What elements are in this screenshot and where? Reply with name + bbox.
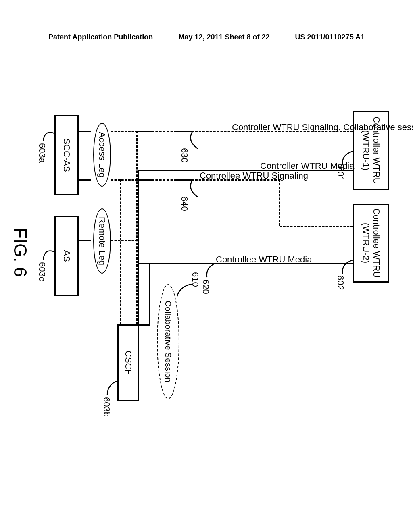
ref-602: 602 xyxy=(335,275,346,290)
remote-leg-text: Remote Leg xyxy=(97,217,107,265)
cscf-stub2 xyxy=(138,179,152,181)
as-label: AS xyxy=(61,250,72,262)
wtru1-line2: (WTRU-1) xyxy=(361,130,371,170)
cscf-stub1 xyxy=(138,131,152,132)
controllee-media-line-h xyxy=(149,263,150,324)
controllee-media-label: Controllee WTRU Media xyxy=(216,254,312,265)
scc-cscf-dash1 xyxy=(111,131,138,132)
controller-sig-label: Controller WTRU Signaling, Collaborative… xyxy=(232,122,413,133)
controller-media-label: Controller WTRU Media xyxy=(260,161,355,171)
cscf-dash-h1 xyxy=(136,131,138,324)
ref-610: 610 xyxy=(190,272,200,287)
diagram: 600 Controller WTRU (WTRU-1) Controllee … xyxy=(0,99,393,425)
ref-620: 620 xyxy=(200,279,211,294)
collab-dash1 xyxy=(152,131,177,132)
access-leg-text: Access Leg xyxy=(97,132,107,178)
cscf-dash-h2 xyxy=(120,179,121,324)
header-right: US 2011/0110275 A1 xyxy=(295,33,365,42)
as-cscf-dash xyxy=(111,240,138,241)
page-header: Patent Application Publication May 12, 2… xyxy=(0,33,413,42)
controllee-sig-line-v2 xyxy=(280,226,353,227)
wtru2-line2: (WTRU-2) xyxy=(361,223,371,263)
cscf-box: CSCF xyxy=(117,324,139,401)
collab-dash2 xyxy=(152,179,177,181)
header-center: May 12, 2011 Sheet 8 of 22 xyxy=(178,33,269,42)
ref-610-lead xyxy=(175,284,192,304)
as-stub xyxy=(79,240,91,241)
ref-603b: 603b xyxy=(101,397,112,417)
ref-630-lead xyxy=(182,131,198,153)
sccas-box: SCC-AS xyxy=(54,115,79,195)
collab-session-text: Collaborative Session xyxy=(163,301,173,382)
scc-stub2 xyxy=(79,179,91,181)
as-box: AS xyxy=(54,216,79,296)
wtru2-box: Controllee WTRU (WTRU-2) xyxy=(353,204,389,283)
access-leg-bubble: Access Leg xyxy=(93,123,111,187)
scc-cscf-dash2 xyxy=(111,179,138,181)
controllee-sig-line-h xyxy=(279,179,280,226)
ref-620-lead xyxy=(202,263,216,281)
controllee-sig-label: Controllee WTRU Signaling xyxy=(200,170,308,181)
ref-640-lead xyxy=(182,179,198,202)
figure-label: FIG. 6 xyxy=(10,228,30,277)
ref-603a: 603a xyxy=(37,143,47,163)
wtru2-line1: Controllee WTRU xyxy=(371,208,382,278)
remote-leg-bubble: Remote Leg xyxy=(93,208,111,274)
sccas-label: SCC-AS xyxy=(61,138,72,172)
controller-media-line-h xyxy=(138,170,139,324)
scc-stub1 xyxy=(79,131,91,132)
ref-603c: 603c xyxy=(37,262,47,281)
controllee-media-line-v2 xyxy=(138,324,150,326)
header-rule xyxy=(40,44,373,44)
cscf-label: CSCF xyxy=(123,351,133,375)
header-left: Patent Application Publication xyxy=(48,33,153,42)
